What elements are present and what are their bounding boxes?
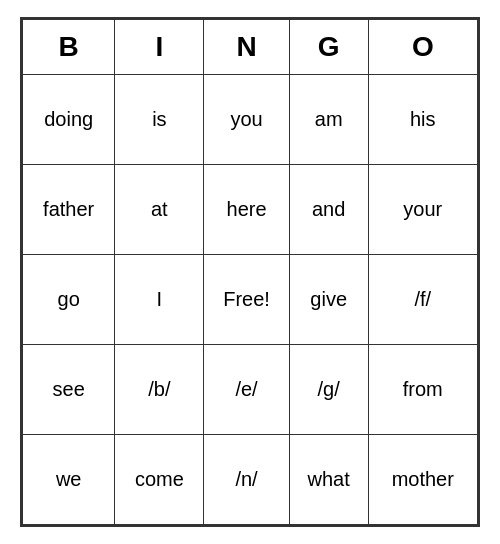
table-row: goIFree!give/f/ [23, 255, 478, 345]
cell-r4-c3: what [289, 435, 368, 525]
table-row: wecome/n/whatmother [23, 435, 478, 525]
table-row: doingisyouamhis [23, 75, 478, 165]
table-row: see/b//e//g/from [23, 345, 478, 435]
cell-r1-c4: your [368, 165, 477, 255]
header-cell-i: I [115, 20, 204, 75]
cell-r0-c2: you [204, 75, 290, 165]
cell-r3-c4: from [368, 345, 477, 435]
cell-r2-c0: go [23, 255, 115, 345]
cell-r2-c2: Free! [204, 255, 290, 345]
cell-r4-c1: come [115, 435, 204, 525]
cell-r1-c0: father [23, 165, 115, 255]
cell-r2-c4: /f/ [368, 255, 477, 345]
cell-r0-c1: is [115, 75, 204, 165]
cell-r1-c1: at [115, 165, 204, 255]
header-cell-b: B [23, 20, 115, 75]
cell-r2-c1: I [115, 255, 204, 345]
header-row: BINGO [23, 20, 478, 75]
bingo-table: BINGO doingisyouamhisfatherathereandyour… [22, 19, 478, 525]
cell-r3-c3: /g/ [289, 345, 368, 435]
cell-r0-c3: am [289, 75, 368, 165]
header-cell-o: O [368, 20, 477, 75]
cell-r4-c4: mother [368, 435, 477, 525]
table-row: fatherathereandyour [23, 165, 478, 255]
cell-r1-c2: here [204, 165, 290, 255]
header-cell-g: G [289, 20, 368, 75]
cell-r3-c2: /e/ [204, 345, 290, 435]
cell-r2-c3: give [289, 255, 368, 345]
cell-r1-c3: and [289, 165, 368, 255]
header-cell-n: N [204, 20, 290, 75]
cell-r4-c2: /n/ [204, 435, 290, 525]
cell-r0-c4: his [368, 75, 477, 165]
bingo-card: BINGO doingisyouamhisfatherathereandyour… [20, 17, 480, 527]
cell-r4-c0: we [23, 435, 115, 525]
cell-r0-c0: doing [23, 75, 115, 165]
cell-r3-c0: see [23, 345, 115, 435]
cell-r3-c1: /b/ [115, 345, 204, 435]
